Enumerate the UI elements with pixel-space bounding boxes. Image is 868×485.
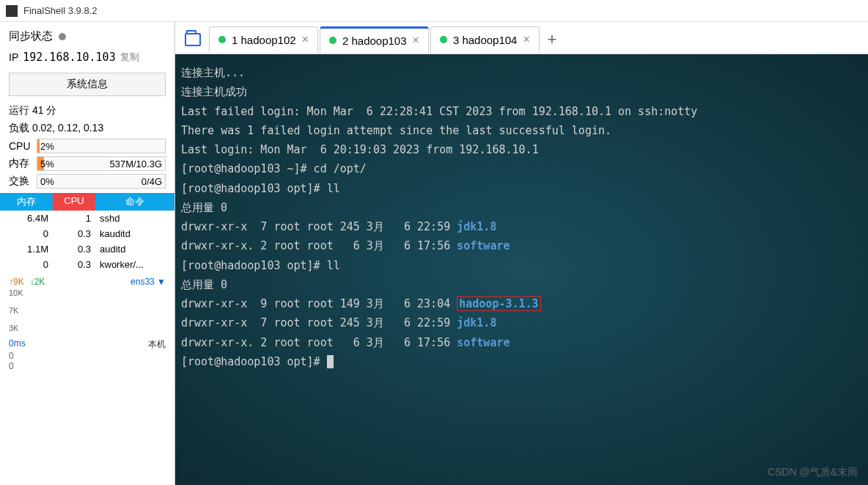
swap-metric: 交换 0% 0/4G: [0, 172, 174, 190]
terminal-line: Last failed login: Mon Mar 6 22:28:41 CS…: [181, 102, 862, 121]
sync-label: 同步状态: [9, 29, 53, 43]
app-icon: [6, 5, 18, 17]
header-mem[interactable]: 内存: [0, 193, 53, 211]
terminal-line: [root@hadoop103 ~]# cd /opt/: [181, 159, 862, 178]
ping-v1: 0: [9, 351, 166, 361]
sync-status: 同步状态: [0, 22, 174, 48]
ip-row: IP 192.168.10.103 复制: [0, 48, 174, 70]
watermark: CSDN @气质&末雨: [768, 466, 858, 479]
proc-mem: 1.1M: [0, 241, 53, 257]
folder-button[interactable]: [178, 26, 207, 53]
swap-bar: 0% 0/4G: [37, 174, 166, 189]
net-interface-select[interactable]: ens33 ▼: [130, 277, 166, 287]
directory-name: jdk1.8: [457, 220, 496, 233]
sidebar: 同步状态 IP 192.168.10.103 复制 系统信息 运行 41 分 负…: [0, 22, 175, 485]
swap-val: 0/4G: [141, 176, 162, 187]
folder-icon: [185, 33, 201, 46]
proc-cpu: 0.3: [53, 241, 95, 257]
ping-section: 0ms 本机 0 0: [0, 338, 174, 371]
system-info-button[interactable]: 系统信息: [9, 73, 166, 96]
status-dot-icon: [440, 36, 447, 43]
directory-name: software: [457, 239, 510, 252]
add-tab-button[interactable]: +: [541, 30, 563, 49]
proc-mem: 0: [0, 226, 53, 241]
titlebar-text: FinalShell 3.9.8.2: [23, 5, 97, 16]
proc-cmd: kauditd: [95, 226, 174, 241]
terminal-line: drwxr-xr-x. 2 root root 6 3月 6 17:56 sof…: [181, 236, 862, 255]
terminal-line: 总用量 0: [181, 275, 862, 294]
proc-cmd: sshd: [95, 211, 174, 226]
terminal-line: drwxr-xr-x. 2 root root 6 3月 6 17:56 sof…: [181, 333, 862, 352]
load-line: 负载 0.02, 0.12, 0.13: [0, 120, 174, 137]
swap-label: 交换: [9, 175, 34, 188]
terminal-line: [root@hadoop103 opt]# ll: [181, 179, 862, 198]
content-area: 1 hadoop102×2 hadoop103×3 hadoop104× + 连…: [175, 22, 868, 485]
table-row[interactable]: 6.4M1sshd: [0, 211, 174, 226]
proc-mem: 6.4M: [0, 211, 53, 226]
ip-value: 192.168.10.103: [23, 51, 115, 64]
tab-label: 3 hadoop104: [453, 34, 518, 46]
mem-label: 内存: [9, 157, 34, 170]
cpu-metric: CPU 2%: [0, 137, 174, 155]
net-down: 2K: [30, 277, 45, 287]
process-header[interactable]: 内存 CPU 命令: [0, 193, 174, 211]
proc-cmd: auditd: [95, 241, 174, 257]
net-ylabels: 10K 7K 3K: [9, 288, 23, 332]
table-row[interactable]: 1.1M0.3auditd: [0, 241, 174, 257]
close-icon[interactable]: ×: [413, 34, 419, 47]
close-icon[interactable]: ×: [302, 33, 309, 46]
directory-name: jdk1.8: [457, 316, 496, 329]
runtime-line: 运行 41 分: [0, 102, 174, 120]
copy-button[interactable]: 复制: [120, 51, 139, 64]
terminal-line: drwxr-xr-x 7 root root 245 3月 6 22:59 jd…: [181, 217, 862, 236]
ping-ms: 0ms: [9, 338, 26, 351]
tabs-row: 1 hadoop102×2 hadoop103×3 hadoop104× +: [175, 22, 868, 54]
terminal-line: There was 1 failed login attempt since t…: [181, 121, 862, 140]
tab-label: 1 hadoop102: [232, 34, 296, 46]
terminal-line: drwxr-xr-x 9 root root 149 3月 6 23:04 ha…: [181, 294, 862, 313]
table-row[interactable]: 00.3kworker/...: [0, 257, 174, 272]
proc-cmd: kworker/...: [95, 257, 174, 272]
sync-dot-icon: [59, 33, 66, 40]
process-table: 内存 CPU 命令 6.4M1sshd00.3kauditd1.1M0.3aud…: [0, 193, 174, 272]
table-row[interactable]: 00.3kauditd: [0, 226, 174, 241]
ping-label: 本机: [148, 338, 166, 351]
directory-name: software: [457, 336, 510, 349]
directory-name: hadoop-3.1.3: [457, 296, 540, 311]
status-dot-icon: [329, 37, 336, 44]
terminal-line: [root@hadoop103 opt]#: [181, 352, 862, 371]
terminal-line: 总用量 0: [181, 198, 862, 217]
tab-label: 2 hadoop103: [342, 34, 407, 47]
net-up: 9K: [9, 277, 24, 287]
tab[interactable]: 2 hadoop103×: [320, 26, 429, 53]
network-section: 9K 2K ens33 ▼ 10K 7K 3K: [0, 277, 174, 332]
mem-metric: 内存 5% 537M/10.3G: [0, 155, 174, 172]
header-cpu[interactable]: CPU: [53, 193, 95, 211]
close-icon[interactable]: ×: [523, 33, 529, 46]
cursor-icon: [327, 355, 334, 368]
mem-bar: 5% 537M/10.3G: [37, 156, 166, 171]
terminal-line: drwxr-xr-x 7 root root 245 3月 6 22:59 jd…: [181, 313, 862, 332]
ping-v2: 0: [9, 361, 166, 371]
cpu-bar: 2%: [37, 139, 166, 153]
cpu-label: CPU: [9, 140, 34, 152]
terminal-line: [root@hadoop103 opt]# ll: [181, 256, 862, 275]
terminal-line: 连接主机...: [181, 63, 862, 82]
proc-cpu: 0.3: [53, 257, 95, 272]
terminal-line: 连接主机成功: [181, 82, 862, 101]
cpu-pct: 2%: [37, 141, 54, 152]
mem-val: 537M/10.3G: [109, 158, 162, 169]
terminal-line: Last login: Mon Mar 6 20:19:03 2023 from…: [181, 140, 862, 159]
proc-cpu: 1: [53, 211, 95, 226]
proc-cpu: 0.3: [53, 226, 95, 241]
tab[interactable]: 1 hadoop102×: [209, 26, 318, 53]
titlebar: FinalShell 3.9.8.2: [0, 0, 868, 22]
mem-pct: 5%: [37, 158, 54, 169]
status-dot-icon: [218, 36, 226, 43]
tab[interactable]: 3 hadoop104×: [430, 26, 540, 53]
header-cmd[interactable]: 命令: [95, 193, 174, 211]
terminal[interactable]: 连接主机...连接主机成功Last failed login: Mon Mar …: [175, 54, 868, 485]
proc-mem: 0: [0, 257, 53, 272]
swap-pct: 0%: [37, 176, 54, 187]
ip-label: IP: [9, 51, 18, 63]
